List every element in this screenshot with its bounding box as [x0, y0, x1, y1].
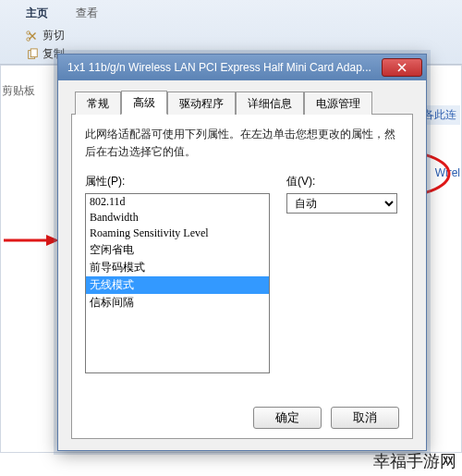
- ribbon-cut[interactable]: 剪切: [26, 28, 65, 43]
- close-icon: [397, 63, 407, 72]
- panel-description: 此网络适配器可使用下列属性。在左边单击您想更改的属性，然后在右边选择它的值。: [85, 126, 399, 161]
- cancel-button[interactable]: 取消: [331, 407, 399, 429]
- tab-strip: 常规 高级 驱动程序 详细信息 电源管理: [75, 90, 413, 114]
- list-item[interactable]: Roaming Sensitivity Level: [86, 226, 269, 241]
- tab-power[interactable]: 电源管理: [304, 92, 372, 115]
- close-button[interactable]: [382, 58, 422, 77]
- property-listbox[interactable]: 802.11d Bandwidth Roaming Sensitivity Le…: [85, 193, 270, 373]
- ribbon-tab-main[interactable]: 主页: [26, 6, 48, 21]
- ribbon-tab-view[interactable]: 查看: [76, 6, 98, 21]
- ribbon-cut-label: 剪切: [43, 28, 65, 43]
- list-item[interactable]: 前导码模式: [86, 259, 269, 276]
- list-item[interactable]: 空闲省电: [86, 241, 269, 259]
- property-column: 属性(P): 802.11d Bandwidth Roaming Sensiti…: [85, 174, 270, 397]
- list-item[interactable]: 信标间隔: [86, 294, 269, 311]
- tab-driver[interactable]: 驱动程序: [167, 92, 236, 115]
- property-label: 属性(P):: [85, 174, 270, 189]
- ok-button[interactable]: 确定: [253, 407, 322, 429]
- svg-rect-3: [30, 48, 37, 56]
- tab-panel-advanced: 此网络适配器可使用下列属性。在左边单击您想更改的属性，然后在右边选择它的值。 属…: [71, 114, 413, 439]
- scissors-icon: [26, 30, 39, 43]
- dialog-client-area: 常规 高级 驱动程序 详细信息 电源管理 此网络适配器可使用下列属性。在左边单击…: [58, 80, 426, 450]
- dialog-title: 1x1 11b/g/n Wireless LAN PCI Express Hal…: [67, 61, 382, 74]
- annotation-arrow-icon: [4, 231, 59, 250]
- sidebar-text-wireless: Wirel: [435, 166, 460, 179]
- value-select[interactable]: 自动: [286, 193, 397, 214]
- list-item[interactable]: 802.11d: [86, 194, 269, 210]
- tab-details[interactable]: 详细信息: [236, 92, 304, 115]
- dialog-titlebar[interactable]: 1x1 11b/g/n Wireless LAN PCI Express Hal…: [58, 55, 426, 80]
- list-item-selected[interactable]: 无线模式: [86, 276, 269, 294]
- properties-dialog: 1x1 11b/g/n Wireless LAN PCI Express Hal…: [57, 54, 427, 451]
- copy-icon: [26, 48, 39, 61]
- value-label: 值(V):: [286, 174, 399, 189]
- watermark-text: 幸福手游网: [373, 450, 456, 472]
- list-item[interactable]: Bandwidth: [86, 210, 269, 226]
- ribbon-group-clipboard: 剪贴板: [2, 83, 35, 99]
- dialog-button-row: 确定 取消: [85, 397, 399, 429]
- value-column: 值(V): 自动: [286, 174, 399, 397]
- tab-advanced[interactable]: 高级: [121, 91, 167, 115]
- tab-general[interactable]: 常规: [75, 92, 121, 115]
